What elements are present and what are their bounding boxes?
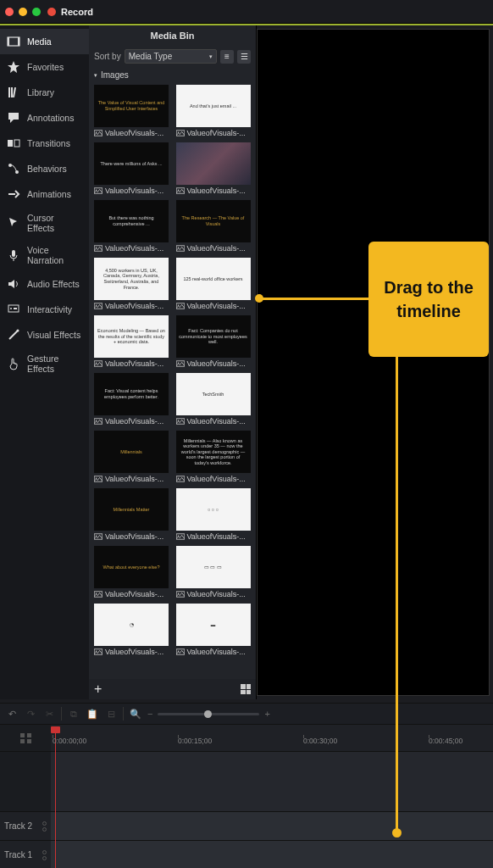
zoom-slider[interactable]: − + xyxy=(147,709,270,719)
thumbnail-caption: ValueofVisuals-... xyxy=(94,531,169,541)
sidebar-item-favorites[interactable]: Favorites xyxy=(0,54,89,80)
thumbnail-image: What about everyone else? xyxy=(94,546,169,588)
media-thumbnail[interactable]: There were millions of Asks ...ValueofVi… xyxy=(94,142,169,195)
quiz-toggle[interactable] xyxy=(27,739,31,743)
zoom-out-button[interactable]: − xyxy=(147,709,152,719)
media-thumbnail[interactable]: ValueofVisuals-... xyxy=(176,142,251,195)
sidebar-item-gesture-effects[interactable]: Gesture Effects xyxy=(0,348,89,380)
media-thumbnail-scroll[interactable]: The Value of Visual Content and Simplifi… xyxy=(89,83,256,679)
chevron-down-icon: ▾ xyxy=(94,72,97,79)
minimize-window-button[interactable] xyxy=(19,8,27,16)
svg-rect-2 xyxy=(18,37,19,46)
track-lock-toggle[interactable] xyxy=(42,856,47,860)
paste-button[interactable]: 📋 xyxy=(86,707,99,721)
ruler-tick: 0:00:00;00 xyxy=(53,737,86,745)
thumbnail-image: Millennials — Also known as workers unde… xyxy=(176,431,251,473)
media-thumbnail[interactable]: ▭ ▭ ▭ValueofVisuals-... xyxy=(176,546,251,598)
preview-canvas[interactable] xyxy=(257,29,490,696)
view-list-button[interactable]: ≡ xyxy=(220,50,234,64)
sidebar-item-behaviors[interactable]: Behaviors xyxy=(0,156,89,181)
maximize-window-button[interactable] xyxy=(32,8,41,16)
add-media-button[interactable]: + xyxy=(94,682,102,697)
sidebar-item-library[interactable]: Library xyxy=(0,80,89,105)
track-2-lane[interactable] xyxy=(51,811,493,840)
track-lock-toggle[interactable] xyxy=(42,827,47,832)
media-thumbnail[interactable]: What about everyone else?ValueofVisuals-… xyxy=(94,546,169,598)
media-thumbnail[interactable]: But there was nothing comprehensive ...V… xyxy=(94,200,169,253)
thumbnail-caption: ValueofVisuals-... xyxy=(94,127,169,137)
timeline-toolbar: ↶ ↷ ✂ ⧉ 📋 ⊟ 🔍 − + xyxy=(0,703,493,725)
track-2-header[interactable]: Track 2 xyxy=(0,811,51,840)
track-1-header[interactable]: Track 1 xyxy=(0,840,51,868)
svg-rect-5 xyxy=(11,87,13,97)
cursor-icon xyxy=(7,216,20,230)
quiz-button[interactable] xyxy=(27,733,31,737)
track-visible-toggle[interactable] xyxy=(42,821,47,826)
thumbnail-image xyxy=(176,142,251,185)
sidebar-item-annotations[interactable]: Annotations xyxy=(0,105,89,131)
sidebar-item-audio-effects[interactable]: Audio Effects xyxy=(0,271,89,297)
thumbnail-image: ○ ○ ○ xyxy=(176,488,251,531)
track-label: Track 1 xyxy=(4,850,32,860)
cut-button[interactable]: ✂ xyxy=(42,707,56,721)
chevron-down-icon: ▾ xyxy=(209,53,213,60)
zoom-in-button[interactable]: + xyxy=(264,709,269,719)
thumbnail-caption: ValueofVisuals-... xyxy=(94,646,169,656)
sidebar-item-interactivity[interactable]: Interactivity xyxy=(0,297,89,322)
media-thumbnail[interactable]: TechSmithValueofVisuals-... xyxy=(176,373,251,426)
svg-point-13 xyxy=(10,308,12,309)
marker-toggle[interactable] xyxy=(20,739,25,743)
sidebar-item-media[interactable]: Media xyxy=(0,29,89,54)
split-button[interactable]: ⊟ xyxy=(104,707,118,721)
grid-view-button[interactable] xyxy=(241,684,251,694)
track-1-lane[interactable] xyxy=(51,840,493,868)
sidebar-item-animations[interactable]: Animations xyxy=(0,181,89,207)
sidebar-item-voice-narration[interactable]: Voice Narration xyxy=(0,239,89,271)
media-thumbnail[interactable]: The Value of Visual Content and Simplifi… xyxy=(94,85,169,137)
add-marker-button[interactable] xyxy=(20,733,25,737)
sidebar-item-visual-effects[interactable]: Visual Effects xyxy=(0,322,89,348)
sort-by-select[interactable]: Media Type ▾ xyxy=(125,49,217,64)
animations-icon xyxy=(7,187,20,201)
media-thumbnail[interactable]: ▬ValueofVisuals-... xyxy=(176,604,251,656)
sidebar-item-cursor-effects[interactable]: Cursor Effects xyxy=(0,207,89,239)
track-visible-toggle[interactable] xyxy=(42,850,47,854)
thumbnail-image: TechSmith xyxy=(176,373,251,415)
media-thumbnail[interactable]: Fact: Visual content helps employees per… xyxy=(94,373,169,426)
view-detail-button[interactable]: ☰ xyxy=(237,50,251,64)
timeline-track-headers: Track 2 Track 1 xyxy=(0,725,51,868)
media-thumbnail[interactable]: 125 real-world office workersValueofVisu… xyxy=(176,258,251,310)
record-button[interactable]: Record xyxy=(47,7,93,17)
media-thumbnail[interactable]: Millennials MatterValueofVisuals-... xyxy=(94,488,169,541)
media-thumbnail[interactable]: 4,500 workers in US, UK, Canada, Germany… xyxy=(94,258,169,310)
svg-rect-0 xyxy=(8,37,19,46)
section-images-header[interactable]: ▾ Images xyxy=(89,67,256,83)
zoom-icon: 🔍 xyxy=(129,707,142,721)
sidebar-label: Animations xyxy=(27,189,71,199)
media-thumbnail[interactable]: Economic Modeling — Based on the results… xyxy=(94,315,169,368)
thumbnail-caption: ValueofVisuals-... xyxy=(176,127,251,137)
media-thumbnail[interactable]: And that's just email ...ValueofVisuals-… xyxy=(176,85,251,137)
sidebar-item-transitions[interactable]: Transitions xyxy=(0,131,89,156)
copy-button[interactable]: ⧉ xyxy=(67,707,80,721)
media-thumbnail[interactable]: MillennialsValueofVisuals-... xyxy=(94,431,169,483)
timeline-canvas[interactable]: 0:00:00;00 0:00:15;00 0:00:30;00 0:00:45… xyxy=(51,725,493,868)
media-thumbnail[interactable]: The Research — The Value of VisualsValue… xyxy=(176,200,251,253)
zoom-thumb[interactable] xyxy=(204,710,212,718)
timeline-ruler[interactable]: 0:00:00;00 0:00:15;00 0:00:30;00 0:00:45… xyxy=(51,725,493,752)
undo-button[interactable]: ↶ xyxy=(5,707,19,721)
thumbnail-caption: ValueofVisuals-... xyxy=(94,473,169,483)
media-thumbnail[interactable]: ◔ValueofVisuals-... xyxy=(94,604,169,656)
close-window-button[interactable] xyxy=(5,8,14,16)
svg-rect-11 xyxy=(12,250,15,257)
sidebar-label: Library xyxy=(27,87,54,97)
thumbnail-image: 125 real-world office workers xyxy=(176,258,251,300)
thumbnail-caption: ValueofVisuals-... xyxy=(176,300,251,310)
redo-button[interactable]: ↷ xyxy=(24,707,37,721)
sidebar: Media Favorites Library Annotations Tran… xyxy=(0,25,89,699)
media-thumbnail[interactable]: ○ ○ ○ValueofVisuals-... xyxy=(176,488,251,541)
media-thumbnail[interactable]: Fact: Companies do not communicate to mo… xyxy=(176,315,251,368)
transitions-icon xyxy=(7,136,20,150)
media-thumbnail[interactable]: Millennials — Also known as workers unde… xyxy=(176,431,251,483)
thumbnail-caption: ValueofVisuals-... xyxy=(176,185,251,195)
